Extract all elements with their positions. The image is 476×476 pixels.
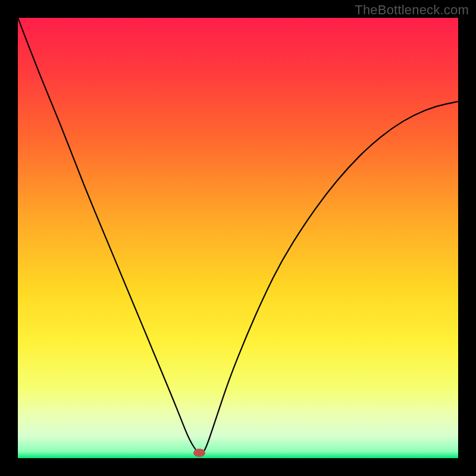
optimum-marker — [193, 449, 205, 457]
plot-background — [18, 18, 458, 458]
bottleneck-plot — [18, 18, 458, 458]
chart-frame: TheBottleneck.com — [0, 0, 476, 476]
watermark-text: TheBottleneck.com — [355, 2, 469, 18]
